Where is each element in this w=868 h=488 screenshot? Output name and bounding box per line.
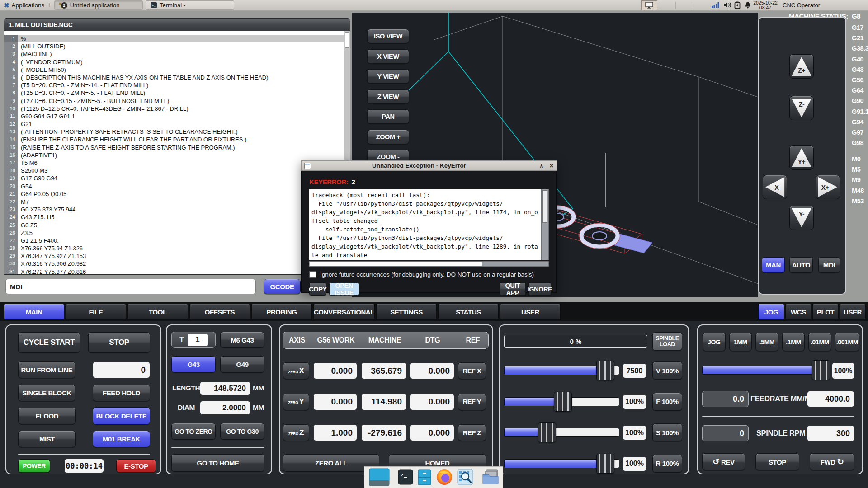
mode-auto-button[interactable]: AUTO bbox=[789, 257, 813, 273]
jog-increment-button[interactable]: 1MM bbox=[729, 333, 752, 351]
tool-number-input[interactable]: 1 bbox=[188, 334, 208, 346]
block-delete-button[interactable]: BLOCK DELETE bbox=[93, 407, 150, 425]
tab[interactable]: FILE bbox=[66, 304, 126, 320]
gcode-line[interactable]: 4 ( VENDOR OPTIMUM) bbox=[4, 58, 350, 66]
file-cabinet-icon[interactable] bbox=[417, 469, 432, 485]
ref-axis-button[interactable]: REF Y bbox=[458, 394, 486, 410]
traceback-vscrollbar-thumb[interactable] bbox=[542, 190, 547, 223]
gcode-line[interactable]: 25 G0 Z5. bbox=[4, 221, 350, 229]
gcode-editor[interactable]: 1 % 2 (MILL OUTSIDE) 3 (MACHINE) 4 ( VEN… bbox=[4, 31, 350, 275]
go-to-home-button[interactable]: GO TO HOME bbox=[171, 454, 264, 472]
jog-increment-button[interactable]: JOG bbox=[703, 333, 726, 351]
gcode-line[interactable]: 17 T5 M6 bbox=[4, 159, 350, 167]
mode-mdi-button[interactable]: MDI bbox=[818, 257, 840, 273]
gcode-scrollbar-thumb[interactable] bbox=[345, 32, 349, 48]
volume-icon[interactable] bbox=[723, 1, 732, 10]
diam-value[interactable]: 2.0000 bbox=[200, 401, 250, 415]
ignore-button[interactable]: IGNORE bbox=[528, 282, 551, 296]
g49-button[interactable]: G49 bbox=[220, 356, 264, 373]
jog-z-plus-button[interactable]: Z+ bbox=[789, 54, 814, 79]
override-slider[interactable] bbox=[504, 428, 619, 437]
gcode-line[interactable]: 9 (T27 D=6. CR=0.15 - ZMIN=-5. - BULLNOS… bbox=[4, 97, 350, 105]
ref-axis-button[interactable]: REF X bbox=[458, 362, 486, 379]
gcode-line[interactable]: 24 G43 Z15. H5 bbox=[4, 213, 350, 221]
tab[interactable]: STATUS bbox=[438, 304, 499, 320]
desktop-icon[interactable] bbox=[369, 468, 390, 486]
gcode-line[interactable]: 19 G17 G90 G94 bbox=[4, 174, 350, 182]
folder-icon[interactable] bbox=[481, 469, 500, 485]
gcode-line[interactable]: 5 ( MODEL MH50) bbox=[4, 66, 350, 74]
jog-increment-button[interactable]: .001MM bbox=[835, 333, 859, 351]
traceback-vscrollbar[interactable] bbox=[541, 189, 549, 260]
display-tray-button[interactable] bbox=[641, 0, 657, 10]
feed-hold-button[interactable]: FEED HOLD bbox=[93, 385, 150, 401]
gcode-line[interactable]: 14 (ENSURE THE CLEARANCE HEIGHT WILL CLE… bbox=[4, 136, 350, 143]
jog-increment-button[interactable]: .5MM bbox=[755, 333, 778, 351]
gcode-line[interactable]: 6 ( DESCRIPTION THIS MACHINE HAS YX AXIS… bbox=[4, 74, 350, 81]
single-block-button[interactable]: SINGLE BLOCK bbox=[18, 385, 75, 401]
traceback-hscrollbar-thumb[interactable] bbox=[310, 262, 482, 266]
side-tab[interactable]: USER bbox=[840, 304, 866, 320]
gcode-line[interactable]: 10 (T1125 D=12.5 CR=0. TAPER=43DEG - ZMI… bbox=[4, 105, 350, 113]
window-tab-untitled[interactable]: ▚ 2 Untitled application bbox=[54, 0, 143, 10]
m01-break-button[interactable]: M01 BREAK bbox=[93, 431, 150, 447]
jog-x-plus-button[interactable]: X+ bbox=[816, 175, 840, 199]
ignore-future-checkbox[interactable] bbox=[309, 271, 316, 278]
gcode-line[interactable]: 30 X76.316 Y75.906 Z0.982 bbox=[4, 260, 350, 267]
m6-g43-button[interactable]: M6 G43 bbox=[220, 332, 264, 348]
slider-handle[interactable] bbox=[596, 361, 614, 380]
gcode-line[interactable]: 21 G64 P0.05 Q0.05 bbox=[4, 190, 350, 198]
stop-button[interactable]: STOP bbox=[88, 332, 150, 353]
flood-button[interactable]: FLOOD bbox=[18, 408, 76, 424]
jog-z-minus-button[interactable]: Z- bbox=[789, 96, 814, 120]
jog-y-minus-button[interactable]: Y- bbox=[789, 206, 814, 230]
mdi-input[interactable] bbox=[5, 279, 256, 294]
run-from-line-button[interactable]: RUN FROM LINE bbox=[18, 361, 75, 378]
go-to-g30-button[interactable]: GO TO G30 bbox=[220, 423, 264, 440]
spindle-rev-button[interactable]: ↺ REV bbox=[702, 453, 745, 470]
feedrate-setting[interactable]: 4000.0 bbox=[807, 391, 854, 407]
side-tab[interactable]: WCS bbox=[785, 304, 811, 320]
jog-y-plus-button[interactable]: Y+ bbox=[789, 145, 814, 170]
view-button[interactable]: Y VIEW bbox=[367, 69, 409, 84]
dialog-close-button[interactable]: ✕ bbox=[547, 163, 557, 169]
tab[interactable]: PROBING bbox=[251, 304, 312, 320]
spindle-stop-button[interactable]: STOP bbox=[755, 453, 799, 470]
bell-icon[interactable] bbox=[744, 1, 751, 11]
jog-increment-button[interactable]: .1MM bbox=[782, 333, 805, 351]
spindle-load-button[interactable]: SPINDLE LOAD bbox=[652, 332, 682, 351]
side-tab[interactable]: JOG bbox=[758, 304, 784, 320]
gcode-button[interactable]: GCODE bbox=[264, 279, 301, 294]
gcode-line[interactable]: 3 (MACHINE) bbox=[4, 50, 350, 58]
view-button[interactable]: ZOOM + bbox=[367, 130, 409, 144]
gcode-line[interactable]: 27 G1 Z1.5 F400. bbox=[4, 237, 350, 244]
applications-menu[interactable]: ✖ Applications ⁞ bbox=[0, 0, 53, 10]
override-100-button[interactable]: R 100% bbox=[652, 455, 682, 473]
slider-handle[interactable] bbox=[554, 392, 572, 412]
gcode-line[interactable]: 2 (MILL OUTSIDE) bbox=[4, 42, 350, 50]
g43-button[interactable]: G43 bbox=[171, 356, 216, 373]
gcode-line[interactable]: 31 X76.272 Y75.877 Z0.816 bbox=[4, 268, 350, 275]
gcode-line[interactable]: 20 G54 bbox=[4, 183, 350, 190]
gcode-line[interactable]: 22 M7 bbox=[4, 198, 350, 206]
spindle-fwd-button[interactable]: FWD ↻ bbox=[810, 453, 854, 470]
jog-x-minus-button[interactable]: X- bbox=[763, 175, 787, 199]
mode-man-button[interactable]: MAN bbox=[762, 257, 785, 273]
quit-app-button[interactable]: QUIT APP bbox=[500, 282, 526, 296]
dialog-titlebar[interactable]: Unhandled Exception - KeyError ∧ ✕ bbox=[301, 160, 557, 171]
terminal-icon[interactable]: > bbox=[398, 469, 413, 485]
override-slider[interactable] bbox=[504, 366, 619, 375]
jog-increment-button[interactable]: .01MM bbox=[808, 333, 831, 351]
tab[interactable]: OFFSETS bbox=[189, 304, 250, 320]
spindle-rpm-setting[interactable]: 300 bbox=[807, 425, 854, 441]
gcode-line[interactable]: 11 G90 G94 G17 G91.1 bbox=[4, 113, 350, 120]
override-slider[interactable] bbox=[504, 459, 619, 468]
gcode-line[interactable]: 29 X76.347 Y75.927 Z1.153 bbox=[4, 252, 350, 260]
length-value[interactable]: 148.5720 bbox=[200, 381, 250, 395]
gcode-line[interactable]: 15 (RAISE THE Z-AXIS TO A SAFE HEIGHT BE… bbox=[4, 144, 350, 151]
copy-button[interactable]: COPY bbox=[309, 282, 326, 296]
traceback-textarea[interactable]: Traceback (most recent call last): File … bbox=[309, 189, 541, 260]
search-icon[interactable] bbox=[457, 469, 473, 485]
go-to-zero-button[interactable]: GO TO ZERO bbox=[171, 423, 216, 440]
tab[interactable]: CONVERSATIONAL bbox=[313, 304, 375, 320]
